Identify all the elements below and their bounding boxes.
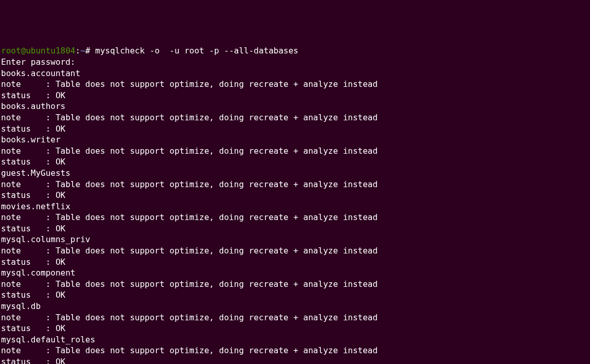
- note-line: note : Table does not support optimize, …: [1, 245, 589, 257]
- note-line: note : Table does not support optimize, …: [1, 79, 589, 90]
- table-name: mysql.default_roles: [1, 334, 589, 345]
- table-name: movies.netflix: [1, 201, 589, 212]
- status-line: status : OK: [1, 90, 589, 101]
- status-line: status : OK: [1, 289, 589, 301]
- note-line: note : Table does not support optimize, …: [1, 279, 589, 290]
- prompt-path: ~: [80, 46, 85, 56]
- password-prompt: Enter password:: [1, 57, 589, 68]
- table-name: mysql.component: [1, 267, 589, 279]
- note-line: note : Table does not support optimize, …: [1, 179, 589, 190]
- table-name: books.writer: [1, 134, 589, 145]
- prompt-colon: :: [76, 46, 81, 56]
- prompt-line: root@ubuntu1804:~# mysqlcheck -o -u root…: [1, 45, 589, 57]
- status-line: status : OK: [1, 190, 589, 201]
- table-name: mysql.columns_priv: [1, 234, 589, 245]
- status-line: status : OK: [1, 156, 589, 168]
- table-name: books.authors: [1, 101, 589, 112]
- note-line: note : Table does not support optimize, …: [1, 345, 589, 356]
- table-name: mysql.db: [1, 301, 589, 312]
- note-line: note : Table does not support optimize, …: [1, 112, 589, 123]
- note-line: note : Table does not support optimize, …: [1, 312, 589, 323]
- status-line: status : OK: [1, 123, 589, 135]
- note-line: note : Table does not support optimize, …: [1, 145, 589, 157]
- prompt-user-host: root@ubuntu1804: [1, 46, 76, 56]
- status-line: status : OK: [1, 356, 589, 364]
- command-text: mysqlcheck -o -u root -p --all-databases: [95, 46, 298, 56]
- table-name: books.accountant: [1, 68, 589, 79]
- table-name: guest.MyGuests: [1, 168, 589, 179]
- prompt-hash: #: [85, 46, 95, 56]
- status-line: status : OK: [1, 223, 589, 234]
- note-line: note : Table does not support optimize, …: [1, 212, 589, 223]
- status-line: status : OK: [1, 257, 589, 268]
- status-line: status : OK: [1, 323, 589, 334]
- terminal-output[interactable]: root@ubuntu1804:~# mysqlcheck -o -u root…: [1, 45, 589, 364]
